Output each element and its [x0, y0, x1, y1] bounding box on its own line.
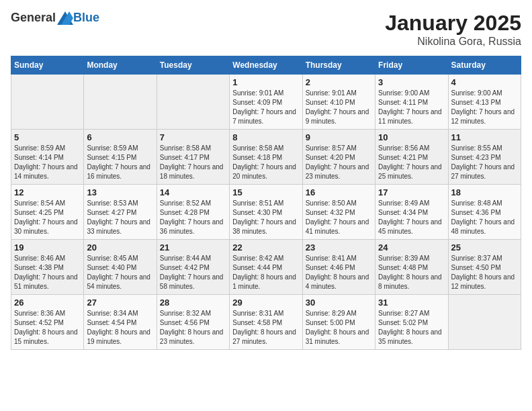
- calendar-cell: 15Sunrise: 8:51 AMSunset: 4:30 PMDayligh…: [230, 185, 302, 240]
- day-number: 24: [378, 242, 445, 253]
- day-info: Sunrise: 8:49 AMSunset: 4:34 PMDaylight:…: [378, 199, 445, 236]
- day-number: 19: [14, 242, 81, 253]
- calendar-cell: 31Sunrise: 8:27 AMSunset: 5:02 PMDayligh…: [375, 295, 448, 350]
- calendar-cell: 10Sunrise: 8:56 AMSunset: 4:21 PMDayligh…: [375, 130, 448, 185]
- page-header: General Blue January 2025 Nikolina Gora,…: [11, 11, 521, 48]
- calendar-week-row: 26Sunrise: 8:36 AMSunset: 4:52 PMDayligh…: [11, 295, 521, 350]
- calendar-cell: 9Sunrise: 8:57 AMSunset: 4:20 PMDaylight…: [302, 130, 375, 185]
- day-info: Sunrise: 8:42 AMSunset: 4:44 PMDaylight:…: [232, 254, 299, 291]
- day-number: 14: [160, 187, 226, 197]
- day-number: 2: [306, 77, 372, 87]
- calendar-cell: 1Sunrise: 9:01 AMSunset: 4:09 PMDaylight…: [230, 75, 302, 130]
- calendar-table: SundayMondayTuesdayWednesdayThursdayFrid…: [11, 56, 521, 350]
- day-number: 16: [306, 187, 372, 197]
- day-number: 7: [160, 132, 226, 142]
- day-info: Sunrise: 8:53 AMSunset: 4:27 PMDaylight:…: [87, 199, 153, 236]
- calendar-cell: [448, 295, 521, 350]
- weekday-header-cell: Monday: [84, 56, 157, 75]
- calendar-cell: 25Sunrise: 8:37 AMSunset: 4:50 PMDayligh…: [448, 240, 521, 295]
- calendar-cell: 18Sunrise: 8:48 AMSunset: 4:36 PMDayligh…: [448, 185, 521, 240]
- day-info: Sunrise: 8:55 AMSunset: 4:23 PMDaylight:…: [451, 144, 518, 181]
- calendar-cell: 5Sunrise: 8:59 AMSunset: 4:14 PMDaylight…: [11, 130, 84, 185]
- day-info: Sunrise: 8:51 AMSunset: 4:30 PMDaylight:…: [232, 199, 299, 236]
- weekday-header-cell: Wednesday: [230, 56, 302, 75]
- calendar-week-row: 1Sunrise: 9:01 AMSunset: 4:09 PMDaylight…: [11, 75, 521, 130]
- calendar-cell: 3Sunrise: 9:00 AMSunset: 4:11 PMDaylight…: [375, 75, 448, 130]
- day-info: Sunrise: 9:00 AMSunset: 4:13 PMDaylight:…: [451, 89, 518, 126]
- day-number: 27: [87, 298, 153, 308]
- calendar-cell: [11, 75, 84, 130]
- calendar-cell: 21Sunrise: 8:44 AMSunset: 4:42 PMDayligh…: [157, 240, 229, 295]
- calendar-cell: 28Sunrise: 8:32 AMSunset: 4:56 PMDayligh…: [157, 295, 229, 350]
- logo-blue: Blue: [73, 11, 99, 25]
- calendar-cell: 23Sunrise: 8:41 AMSunset: 4:46 PMDayligh…: [302, 240, 375, 295]
- day-info: Sunrise: 8:59 AMSunset: 4:14 PMDaylight:…: [14, 144, 81, 181]
- day-info: Sunrise: 8:52 AMSunset: 4:28 PMDaylight:…: [160, 199, 226, 236]
- weekday-header-cell: Sunday: [11, 56, 84, 75]
- day-info: Sunrise: 8:46 AMSunset: 4:38 PMDaylight:…: [14, 254, 81, 291]
- day-info: Sunrise: 8:31 AMSunset: 4:58 PMDaylight:…: [232, 309, 299, 347]
- weekday-header-cell: Saturday: [448, 56, 521, 75]
- logo-general: General: [11, 11, 56, 25]
- calendar-cell: 30Sunrise: 8:29 AMSunset: 5:00 PMDayligh…: [302, 295, 375, 350]
- day-info: Sunrise: 8:57 AMSunset: 4:20 PMDaylight:…: [306, 144, 372, 181]
- calendar-cell: 19Sunrise: 8:46 AMSunset: 4:38 PMDayligh…: [11, 240, 84, 295]
- calendar-cell: 16Sunrise: 8:50 AMSunset: 4:32 PMDayligh…: [302, 185, 375, 240]
- day-info: Sunrise: 8:27 AMSunset: 5:02 PMDaylight:…: [378, 309, 445, 347]
- day-info: Sunrise: 8:50 AMSunset: 4:32 PMDaylight:…: [306, 199, 372, 236]
- calendar-body: 1Sunrise: 9:01 AMSunset: 4:09 PMDaylight…: [11, 75, 521, 350]
- calendar-cell: 13Sunrise: 8:53 AMSunset: 4:27 PMDayligh…: [84, 185, 157, 240]
- calendar-cell: 6Sunrise: 8:59 AMSunset: 4:15 PMDaylight…: [84, 130, 157, 185]
- day-info: Sunrise: 8:36 AMSunset: 4:52 PMDaylight:…: [14, 309, 81, 347]
- day-number: 12: [14, 187, 81, 197]
- day-info: Sunrise: 8:34 AMSunset: 4:54 PMDaylight:…: [87, 309, 153, 347]
- day-number: 4: [451, 77, 518, 87]
- day-number: 18: [451, 187, 518, 197]
- day-info: Sunrise: 9:01 AMSunset: 4:10 PMDaylight:…: [306, 89, 372, 126]
- calendar-cell: 8Sunrise: 8:58 AMSunset: 4:18 PMDaylight…: [230, 130, 302, 185]
- day-info: Sunrise: 8:58 AMSunset: 4:17 PMDaylight:…: [160, 144, 226, 181]
- calendar-cell: 22Sunrise: 8:42 AMSunset: 4:44 PMDayligh…: [230, 240, 302, 295]
- day-number: 13: [87, 187, 153, 197]
- logo-icon: [57, 11, 73, 25]
- weekday-header-cell: Friday: [375, 56, 448, 75]
- calendar-cell: 2Sunrise: 9:01 AMSunset: 4:10 PMDaylight…: [302, 75, 375, 130]
- day-info: Sunrise: 8:54 AMSunset: 4:25 PMDaylight:…: [14, 199, 81, 236]
- calendar-cell: 27Sunrise: 8:34 AMSunset: 4:54 PMDayligh…: [84, 295, 157, 350]
- day-number: 15: [232, 187, 299, 197]
- calendar-cell: 12Sunrise: 8:54 AMSunset: 4:25 PMDayligh…: [11, 185, 84, 240]
- day-number: 1: [232, 77, 299, 87]
- calendar-cell: 14Sunrise: 8:52 AMSunset: 4:28 PMDayligh…: [157, 185, 229, 240]
- day-number: 8: [232, 132, 299, 142]
- calendar-week-row: 5Sunrise: 8:59 AMSunset: 4:14 PMDaylight…: [11, 130, 521, 185]
- day-number: 9: [306, 132, 372, 142]
- day-info: Sunrise: 8:29 AMSunset: 5:00 PMDaylight:…: [306, 309, 372, 347]
- day-info: Sunrise: 8:48 AMSunset: 4:36 PMDaylight:…: [451, 199, 518, 236]
- day-number: 5: [14, 132, 81, 142]
- day-number: 22: [232, 242, 299, 253]
- day-info: Sunrise: 9:01 AMSunset: 4:09 PMDaylight:…: [232, 89, 299, 126]
- day-number: 6: [87, 132, 153, 142]
- calendar-cell: [157, 75, 229, 130]
- day-number: 29: [232, 298, 299, 308]
- calendar-cell: 7Sunrise: 8:58 AMSunset: 4:17 PMDaylight…: [157, 130, 229, 185]
- day-number: 17: [378, 187, 445, 197]
- weekday-header-cell: Thursday: [302, 56, 375, 75]
- day-info: Sunrise: 8:37 AMSunset: 4:50 PMDaylight:…: [451, 254, 518, 291]
- day-number: 11: [451, 132, 518, 142]
- logo: General Blue: [11, 11, 99, 25]
- calendar-cell: 4Sunrise: 9:00 AMSunset: 4:13 PMDaylight…: [448, 75, 521, 130]
- day-number: 10: [378, 132, 445, 142]
- calendar-cell: [84, 75, 157, 130]
- calendar-week-row: 19Sunrise: 8:46 AMSunset: 4:38 PMDayligh…: [11, 240, 521, 295]
- day-info: Sunrise: 8:39 AMSunset: 4:48 PMDaylight:…: [378, 254, 445, 291]
- day-number: 21: [160, 242, 226, 253]
- weekday-header-cell: Tuesday: [157, 56, 229, 75]
- day-number: 26: [14, 298, 81, 308]
- day-info: Sunrise: 8:45 AMSunset: 4:40 PMDaylight:…: [87, 254, 153, 291]
- day-number: 25: [451, 242, 518, 253]
- day-info: Sunrise: 8:41 AMSunset: 4:46 PMDaylight:…: [306, 254, 372, 291]
- day-info: Sunrise: 8:44 AMSunset: 4:42 PMDaylight:…: [160, 254, 226, 291]
- weekday-header-row: SundayMondayTuesdayWednesdayThursdayFrid…: [11, 56, 521, 75]
- day-info: Sunrise: 8:56 AMSunset: 4:21 PMDaylight:…: [378, 144, 445, 181]
